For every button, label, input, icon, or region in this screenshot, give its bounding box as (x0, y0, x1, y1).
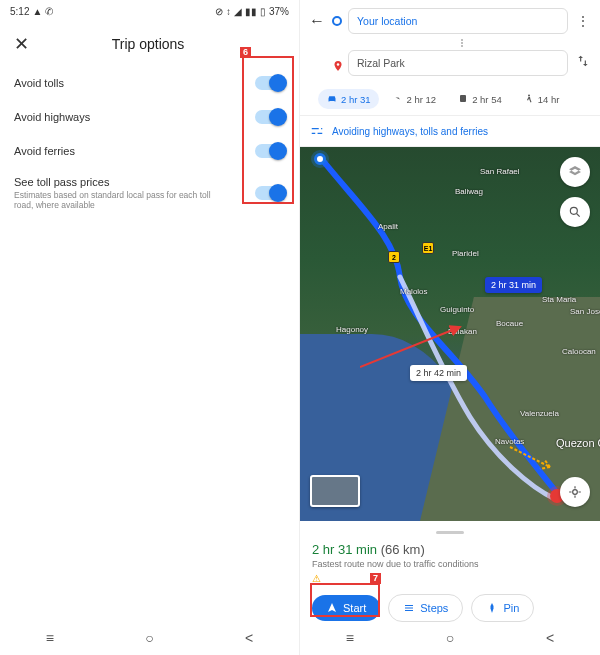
pin-icon (486, 602, 498, 614)
steps-button[interactable]: Steps (388, 594, 463, 622)
annotation-badge-7: 7 (370, 573, 381, 584)
route-time-bubble-alt[interactable]: 2 hr 42 min (410, 365, 467, 381)
sheet-handle[interactable] (436, 531, 464, 534)
home-icon[interactable]: ○ (145, 630, 153, 646)
mode-time: 14 hr (538, 94, 560, 105)
close-icon[interactable]: ✕ (14, 33, 29, 55)
android-nav-bar: ≡ ○ < (300, 621, 600, 655)
avoid-options-bar[interactable]: Avoiding highways, tolls and ferries (300, 115, 600, 147)
avoid-text: Avoiding highways, tolls and ferries (332, 126, 488, 137)
page-title: Trip options (29, 36, 267, 52)
mode-time: 2 hr 54 (472, 94, 502, 105)
pin-button[interactable]: Pin (471, 594, 534, 622)
option-sublabel: Estimates based on standard local pass f… (14, 190, 214, 210)
map-city-label: Caloocan (562, 347, 596, 356)
map-city-label: Malolos (400, 287, 428, 296)
route-subtitle: Fastest route now due to traffic conditi… (312, 559, 588, 569)
whatsapp-icon: ✆ (45, 6, 53, 17)
map-city-label: Quezon Ci (556, 437, 600, 449)
origin-dot-icon (332, 16, 342, 26)
home-icon[interactable]: ○ (446, 630, 454, 646)
map-city-label: Apalit (378, 222, 398, 231)
pin-label: Pin (503, 602, 519, 614)
route-title: 2 hr 31 min (66 km) (312, 542, 588, 557)
mode-drive[interactable]: 2 hr 31 (318, 89, 379, 109)
option-label: See toll pass prices (14, 176, 214, 188)
list-icon (403, 602, 415, 614)
map-city-label: Baliwag (455, 187, 483, 196)
route-connector-icon (332, 39, 592, 47)
route-distance: (66 km) (381, 542, 425, 557)
notif-icon: ▲ (32, 6, 42, 17)
swap-icon[interactable] (574, 54, 592, 72)
option-label: Avoid tolls (14, 77, 64, 89)
back-icon[interactable]: < (546, 630, 554, 646)
mode-walk[interactable]: 14 hr (515, 89, 568, 109)
mode-time: 2 hr 12 (407, 94, 437, 105)
route-shield: 2 (388, 251, 400, 263)
more-menu-icon[interactable]: ⋮ (574, 13, 592, 29)
battery-pct: 37% (269, 6, 289, 17)
recenter-button[interactable] (560, 477, 590, 507)
wifi-icon: ◢ (234, 6, 242, 17)
mode-motorcycle[interactable]: 2 hr 12 (384, 89, 445, 109)
back-arrow-icon[interactable]: ← (308, 12, 326, 30)
clock: 5:12 (10, 6, 29, 17)
back-icon[interactable]: < (245, 630, 253, 646)
map-city-label: Hagonoy (336, 325, 368, 334)
origin-marker (314, 153, 326, 165)
status-bar: 5:12 ▲ ✆ ⊘ ↕ ◢ ▮▮ ▯ 37% (0, 0, 299, 22)
svg-rect-1 (460, 95, 466, 102)
recent-apps-icon[interactable]: ≡ (46, 630, 54, 646)
directions-header: ← Your location ⋮ Rizal Park (300, 0, 600, 76)
route-shield: E1 (422, 242, 434, 254)
annotation-box-start (310, 583, 380, 617)
map-city-label: Plaridel (452, 249, 479, 258)
map-city-label: Guiguinto (440, 305, 474, 314)
streetview-thumbnail[interactable] (310, 475, 360, 507)
map-city-label: San Jose (570, 307, 600, 316)
destination-input[interactable]: Rizal Park (348, 50, 568, 76)
map-city-label: Bulakan (448, 327, 477, 336)
tune-icon (310, 124, 324, 138)
map-city-label: San Rafael (480, 167, 520, 176)
map-canvas[interactable]: 2 E1 San Rafael Baliwag Apalit Plaridel … (300, 147, 600, 521)
map-city-label: Sta Maria (542, 295, 576, 304)
data-icon: ↕ (226, 6, 231, 17)
trip-options-screen: 5:12 ▲ ✆ ⊘ ↕ ◢ ▮▮ ▯ 37% ✕ Trip options A… (0, 0, 300, 655)
mode-time: 2 hr 31 (341, 94, 371, 105)
svg-point-2 (528, 95, 530, 97)
svg-point-3 (570, 207, 577, 214)
route-time-bubble-primary: 2 hr 31 min (485, 277, 542, 293)
mode-transit[interactable]: 2 hr 54 (449, 89, 510, 109)
origin-input[interactable]: Your location (348, 8, 568, 34)
layers-button[interactable] (560, 157, 590, 187)
map-city-label: Bocaue (496, 319, 523, 328)
travel-modes: 2 hr 31 2 hr 12 2 hr 54 14 hr (300, 81, 600, 115)
android-nav-bar: ≡ ○ < (0, 621, 299, 655)
option-label: Avoid ferries (14, 145, 75, 157)
svg-point-0 (337, 63, 340, 66)
search-map-button[interactable] (560, 197, 590, 227)
annotation-badge-6: 6 (240, 47, 251, 58)
directions-screen: ← Your location ⋮ Rizal Park 2 hr 31 2 h… (300, 0, 600, 655)
option-label: Avoid highways (14, 111, 90, 123)
recent-apps-icon[interactable]: ≡ (346, 630, 354, 646)
destination-pin-icon (332, 58, 342, 68)
signal-icon: ▮▮ (245, 6, 257, 17)
svg-point-4 (573, 490, 578, 495)
route-time: 2 hr 31 min (312, 542, 377, 557)
map-city-label: Navotas (495, 437, 524, 446)
dnd-icon: ⊘ (215, 6, 223, 17)
steps-label: Steps (420, 602, 448, 614)
map-city-label: Valenzuela (520, 409, 559, 418)
battery-icon: ▯ (260, 6, 266, 17)
annotation-box-toggles (242, 56, 294, 204)
